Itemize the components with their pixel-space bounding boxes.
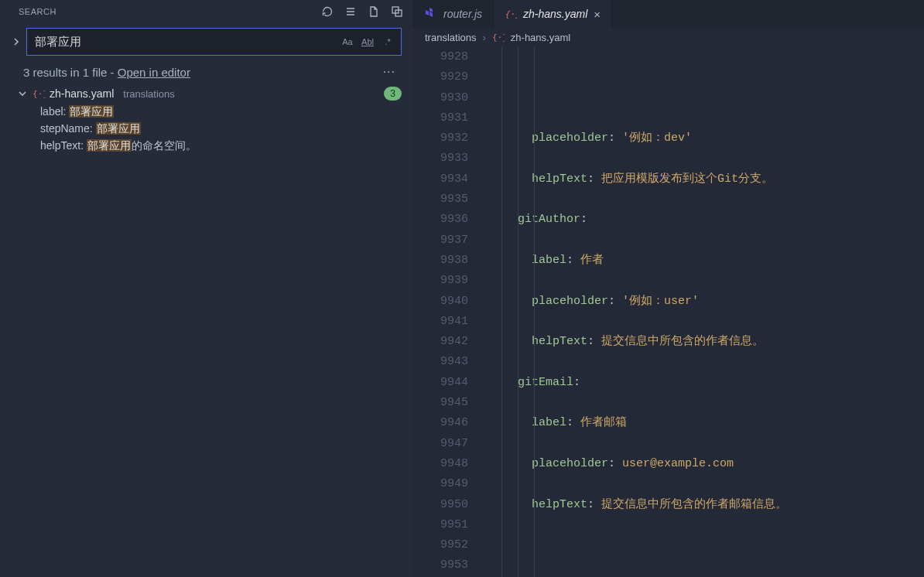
editor-area: router.js {·} zh-hans.yaml × translation… xyxy=(412,0,924,577)
indent-guide xyxy=(518,46,518,577)
yaml-icon: {·} xyxy=(505,8,517,20)
results-count-text: 3 results in 1 file - xyxy=(23,66,118,79)
match-case-icon[interactable]: Aa xyxy=(339,33,356,50)
chevron-down-icon[interactable] xyxy=(17,88,28,99)
search-row: Aa Abl .* xyxy=(0,23,412,56)
match-word-icon[interactable]: Abl xyxy=(359,33,376,50)
chevron-right-icon: › xyxy=(482,32,485,43)
clear-icon[interactable] xyxy=(344,5,357,18)
result-count-badge: 3 xyxy=(384,87,402,101)
panel-title: SEARCH xyxy=(19,7,321,16)
yaml-icon: {·} xyxy=(33,87,45,100)
toggle-replace-icon[interactable] xyxy=(11,36,22,47)
search-highlight: 部署应用 xyxy=(69,105,114,118)
tab-label: router.js xyxy=(443,8,482,20)
result-file-folder: translations xyxy=(123,88,174,100)
indent-guide xyxy=(501,46,502,577)
result-line[interactable]: stepName: 部署应用 xyxy=(0,121,412,138)
result-file-name: zh-hans.yaml xyxy=(50,87,114,100)
tab-router[interactable]: router.js xyxy=(412,0,494,28)
panel-actions xyxy=(321,5,403,18)
tab-zhhans[interactable]: {·} zh-hans.yaml × xyxy=(494,0,612,28)
result-file-row[interactable]: {·} zh-hans.yaml translations 3 xyxy=(0,84,412,104)
refresh-icon[interactable] xyxy=(321,5,334,18)
tab-bar: router.js {·} zh-hans.yaml × xyxy=(412,0,924,28)
results-summary: 3 results in 1 file - Open in editor ··· xyxy=(0,56,412,84)
search-panel: SEARCH Aa Abl .* xyxy=(0,0,412,577)
search-options: Aa Abl .* xyxy=(339,33,396,50)
code-content[interactable]: placeholder: '例如：dev' helpText: 把应用模版发布到… xyxy=(490,46,924,577)
new-file-icon[interactable] xyxy=(368,5,380,18)
indent-guide xyxy=(534,46,535,577)
svg-text:{·}: {·} xyxy=(492,32,505,43)
tab-label: zh-hans.yaml xyxy=(523,8,587,20)
terraform-icon xyxy=(423,7,437,21)
result-line[interactable]: label: 部署应用 xyxy=(0,104,412,121)
search-input[interactable] xyxy=(35,36,339,49)
result-line[interactable]: helpText: 部署应用的命名空间。 xyxy=(0,138,412,155)
panel-header: SEARCH xyxy=(0,0,412,23)
line-number-gutter: 9928992999309931993299339934993599369937… xyxy=(412,46,490,577)
search-highlight: 部署应用 xyxy=(96,122,141,135)
close-icon[interactable]: × xyxy=(594,8,601,21)
breadcrumb[interactable]: translations › {·} zh-hans.yaml xyxy=(412,28,924,46)
svg-text:{·}: {·} xyxy=(33,89,45,99)
yaml-icon: {·} xyxy=(492,31,505,43)
more-icon[interactable]: ··· xyxy=(383,65,402,79)
search-input-wrap: Aa Abl .* xyxy=(26,28,402,56)
breadcrumb-segment[interactable]: zh-hans.yaml xyxy=(511,32,570,43)
search-highlight: 部署应用 xyxy=(87,139,132,152)
regex-icon[interactable]: .* xyxy=(379,33,396,50)
breadcrumb-segment[interactable]: translations xyxy=(425,32,476,43)
svg-text:{·}: {·} xyxy=(505,9,517,19)
open-in-editor-link[interactable]: Open in editor xyxy=(118,66,190,79)
collapse-icon[interactable] xyxy=(391,5,403,18)
code-area[interactable]: 9928992999309931993299339934993599369937… xyxy=(412,46,924,577)
